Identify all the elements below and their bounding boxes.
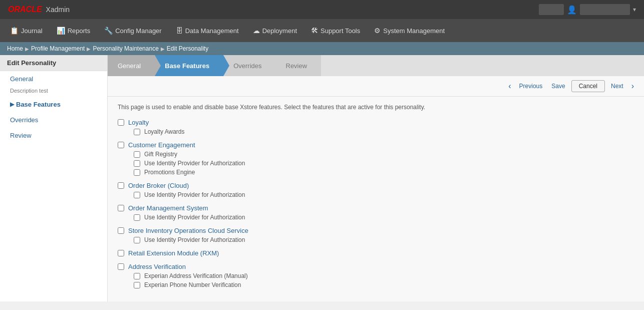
feature-sub-customer-engagement: Gift Registry Use Identity Provider for … (134, 151, 634, 176)
loyalty-awards-checkbox[interactable] (134, 129, 140, 135)
feature-sub-item-identity-ob: Use Identity Provider for Authorization (134, 191, 634, 198)
feature-sub-order-management: Use Identity Provider for Authorization (134, 214, 634, 221)
breadcrumb-profile-management[interactable]: Profile Management (31, 45, 85, 52)
step-general-label: General (118, 62, 141, 70)
address-verification-checkbox[interactable] (118, 263, 124, 270)
retail-extension-label[interactable]: Retail Extension Module (RXM) (128, 249, 219, 257)
step-review-label: Review (286, 62, 307, 70)
feature-sub-item-identity-ce: Use Identity Provider for Authorization (134, 160, 634, 167)
step-general[interactable]: General (108, 55, 155, 76)
order-management-checkbox[interactable] (118, 205, 124, 211)
previous-button[interactable]: Previous (516, 81, 546, 92)
nav-item-reports[interactable]: 📊 Reports (51, 24, 97, 38)
customer-engagement-checkbox[interactable] (118, 142, 124, 148)
nav-item-deployment[interactable]: ☁ Deployment (247, 24, 303, 38)
experian-phone-checkbox[interactable] (134, 282, 140, 288)
identity-ce-label[interactable]: Use Identity Provider for Authorization (144, 160, 245, 167)
order-management-label[interactable]: Order Management System (128, 204, 208, 212)
feature-sub-address-verification: Experian Address Verification (Manual) E… (134, 272, 634, 288)
feature-sub-item-experian-phone: Experian Phone Number Verification (134, 281, 634, 288)
feature-main-retail-extension: Retail Extension Module (RXM) (118, 249, 634, 257)
feature-main-customer-engagement: Customer Engagement (118, 141, 634, 149)
feature-sub-item-identity-oms: Use Identity Provider for Authorization (134, 214, 634, 221)
user-name-box (580, 4, 630, 15)
gift-registry-checkbox[interactable] (134, 151, 140, 158)
retail-extension-checkbox[interactable] (118, 250, 124, 256)
identity-oms-label[interactable]: Use Identity Provider for Authorization (144, 214, 245, 221)
step-base-features-label: Base Features (165, 62, 209, 70)
nav-label-reports: Reports (68, 27, 91, 35)
step-review[interactable]: Review (276, 55, 321, 76)
nav-item-system-management[interactable]: ⚙ System Management (368, 24, 451, 38)
save-button[interactable]: Save (548, 81, 568, 92)
feature-main-store-inventory: Store Inventory Operations Cloud Service (118, 227, 634, 234)
sidebar: Edit Personality General Description tes… (0, 55, 108, 301)
breadcrumb-personality-maintenance[interactable]: Personality Maintenance (93, 45, 158, 52)
identity-oms-checkbox[interactable] (134, 214, 140, 221)
nav-item-config-manager[interactable]: 🔧 Config Manager (98, 24, 168, 38)
next-arrow-icon[interactable]: › (629, 82, 636, 91)
step-base-features[interactable]: Base Features (155, 55, 223, 76)
nav-label-data: Data Management (185, 27, 239, 35)
promotions-engine-label[interactable]: Promotions Engine (144, 169, 195, 176)
sidebar-label-overrides: Overrides (10, 116, 38, 124)
loyalty-checkbox[interactable] (118, 119, 124, 126)
identity-ob-checkbox[interactable] (134, 192, 140, 198)
cancel-button[interactable]: Cancel (571, 80, 605, 92)
feature-sub-item-experian-address: Experian Address Verification (Manual) (134, 272, 634, 279)
address-verification-label[interactable]: Address Verification (128, 263, 186, 270)
breadcrumb-sep2: ▶ (87, 46, 91, 52)
order-broker-label[interactable]: Order Broker (Cloud) (128, 182, 189, 189)
sidebar-desc-value: test (39, 88, 48, 94)
sidebar-item-review[interactable]: Review (0, 128, 107, 143)
sidebar-desc-label: Description (10, 88, 38, 94)
breadcrumb-sep1: ▶ (25, 46, 29, 52)
sidebar-item-base-features[interactable]: ▶ Base Features (0, 97, 107, 112)
sidebar-desc-general: Description test (0, 87, 107, 97)
experian-address-checkbox[interactable] (134, 273, 140, 279)
nav-item-support-tools[interactable]: 🛠 Support Tools (305, 24, 366, 38)
gift-registry-label[interactable]: Gift Registry (144, 151, 177, 158)
system-icon: ⚙ (374, 27, 381, 35)
feature-sub-loyalty: Loyalty Awards (134, 128, 634, 135)
nav-item-journal[interactable]: 📋 Journal (4, 24, 49, 38)
experian-phone-label[interactable]: Experian Phone Number Verification (144, 281, 241, 288)
identity-ce-checkbox[interactable] (134, 160, 140, 167)
previous-arrow-icon[interactable]: ‹ (506, 82, 513, 91)
identity-sio-checkbox[interactable] (134, 237, 140, 243)
sidebar-label-review: Review (10, 132, 32, 139)
user-icon: 👤 (567, 5, 577, 15)
nav-bar: 📋 Journal 📊 Reports 🔧 Config Manager 🗄 D… (0, 19, 644, 42)
content-area: General Base Features Overrides Review ‹… (108, 55, 644, 301)
experian-address-label[interactable]: Experian Address Verification (Manual) (144, 272, 248, 279)
store-inventory-checkbox[interactable] (118, 227, 124, 234)
feature-main-address-verification: Address Verification (118, 263, 634, 270)
loyalty-awards-label[interactable]: Loyalty Awards (144, 128, 185, 135)
user-area: 👤 ▾ (539, 4, 636, 15)
data-icon: 🗄 (176, 27, 183, 35)
order-broker-checkbox[interactable] (118, 182, 124, 189)
promotions-engine-checkbox[interactable] (134, 169, 140, 176)
breadcrumb-home[interactable]: Home (7, 45, 23, 52)
deployment-icon: ☁ (253, 27, 260, 35)
identity-sio-label[interactable]: Use Identity Provider for Authorization (144, 236, 245, 243)
next-button[interactable]: Next (608, 81, 626, 92)
feature-sub-item-identity-sio: Use Identity Provider for Authorization (134, 236, 634, 243)
step-overrides-label: Overrides (233, 62, 261, 70)
store-inventory-label[interactable]: Store Inventory Operations Cloud Service (128, 227, 248, 234)
reports-icon: 📊 (57, 27, 65, 35)
nav-label-journal: Journal (21, 27, 43, 35)
sidebar-item-overrides[interactable]: Overrides (0, 112, 107, 128)
dropdown-arrow-icon[interactable]: ▾ (633, 6, 636, 13)
identity-ob-label[interactable]: Use Identity Provider for Authorization (144, 191, 245, 198)
nav-item-data-management[interactable]: 🗄 Data Management (170, 24, 245, 38)
sidebar-item-general[interactable]: General (0, 71, 107, 87)
feature-intro: This page is used to enable and disable … (118, 104, 634, 111)
loyalty-label[interactable]: Loyalty (128, 119, 149, 126)
customer-engagement-label[interactable]: Customer Engagement (128, 141, 195, 149)
nav-label-deployment: Deployment (262, 27, 297, 35)
step-overrides[interactable]: Overrides (223, 55, 275, 76)
sidebar-label-general: General (10, 75, 33, 83)
feature-content: This page is used to enable and disable … (108, 97, 644, 301)
sidebar-arrow-icon: ▶ (10, 101, 14, 108)
